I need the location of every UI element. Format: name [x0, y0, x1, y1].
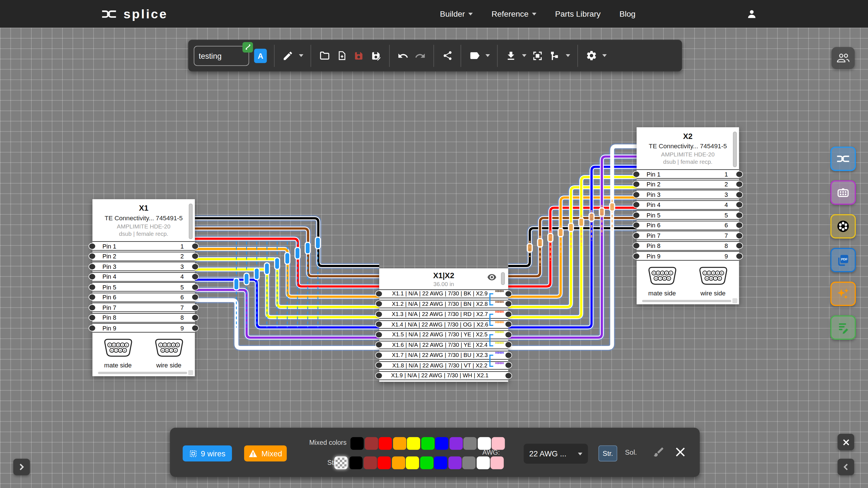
wire-table-row[interactable]: X1.8 | N/A | 22 AWG | 7/30 | VT | X2.2∞∞… — [379, 361, 508, 369]
pin-row[interactable]: Pin 55 — [92, 282, 195, 291]
pin-dot-right[interactable] — [736, 191, 743, 198]
wire-dot-left[interactable] — [375, 321, 382, 328]
pin-dot-left[interactable] — [632, 253, 640, 259]
pin-row[interactable]: Pin 11 — [637, 169, 739, 179]
pin-row[interactable]: Pin 11 — [92, 241, 195, 251]
no-stripe-swatch[interactable] — [334, 456, 347, 469]
color-swatch[interactable] — [463, 437, 477, 450]
selected-wires-button[interactable]: 9 wires — [183, 445, 232, 461]
undo-button[interactable] — [397, 50, 409, 62]
wire-table-scrollbar-thumb[interactable] — [501, 272, 505, 285]
pin-dot-left[interactable] — [632, 191, 640, 198]
twist-handle[interactable] — [254, 268, 259, 280]
twist-handle[interactable] — [234, 278, 239, 290]
edit-mode-caret[interactable] — [299, 54, 304, 57]
pin-dot-right[interactable] — [192, 284, 198, 290]
pin-row[interactable]: Pin 99 — [637, 251, 739, 260]
stranded-toggle[interactable]: Str. — [598, 445, 617, 461]
stripe-swatch[interactable] — [434, 456, 447, 469]
pin-dot-right[interactable] — [192, 304, 198, 311]
stripe-swatch[interactable] — [363, 456, 377, 469]
collaborators-button[interactable] — [832, 47, 855, 69]
nav-item-builder[interactable]: Builder — [440, 9, 473, 18]
pin-dot-left[interactable] — [632, 212, 640, 218]
save-button[interactable] — [352, 50, 365, 62]
pin-row[interactable]: Pin 55 — [637, 210, 739, 220]
pin-dot-right[interactable] — [736, 253, 743, 259]
route-status-badge[interactable] — [242, 42, 253, 52]
pin-dot-left[interactable] — [632, 181, 640, 188]
awg-select[interactable]: 22 AWG ... — [524, 444, 588, 464]
pin-row[interactable]: Pin 77 — [637, 231, 739, 240]
pin-dot-left[interactable] — [88, 324, 95, 331]
pin-dot-left[interactable] — [632, 232, 640, 239]
cable-tool-button[interactable] — [830, 214, 856, 238]
pin-dot-left[interactable] — [632, 201, 640, 208]
connector-x1[interactable]: X1 TE Connectivity... 745491-5 AMPLIMITE… — [92, 199, 195, 376]
pin-row[interactable]: Pin 33 — [637, 190, 739, 199]
pin-row[interactable]: Pin 88 — [637, 241, 739, 250]
wire-table-x1-x2[interactable]: X1|X2 36.00 in X1.1 | N/A | 22 AWG | 7/3… — [379, 268, 508, 382]
pin-dot-right[interactable] — [192, 253, 198, 260]
hierarchy-caret[interactable] — [566, 54, 570, 57]
notes-edit-button[interactable] — [830, 316, 856, 340]
connector-scrollbar-thumb[interactable] — [188, 204, 193, 239]
connector-hscroll-thumb[interactable] — [642, 300, 731, 302]
wire-dot-right[interactable] — [505, 321, 512, 328]
pin-row[interactable]: Pin 44 — [92, 272, 195, 281]
pin-dot-left[interactable] — [88, 314, 95, 321]
wire-dot-left[interactable] — [375, 352, 382, 358]
wire-dot-left[interactable] — [375, 290, 382, 297]
pin-dot-right[interactable] — [192, 324, 198, 331]
twist-handle[interactable] — [244, 273, 249, 285]
wire-table-row[interactable]: X1.9 | N/A | 22 AWG | 7/30 | WH | X2.1 — [379, 371, 508, 380]
pin-dot-right[interactable] — [736, 201, 743, 208]
hierarchy-button[interactable] — [549, 50, 561, 62]
stripe-swatch[interactable] — [349, 456, 363, 469]
color-swatch[interactable] — [449, 437, 463, 450]
new-file-button[interactable] — [335, 50, 347, 62]
color-swatch[interactable] — [379, 437, 392, 450]
nav-item-reference[interactable]: Reference — [491, 9, 536, 18]
wire-dot-right[interactable] — [505, 311, 512, 318]
stripe-swatch[interactable] — [420, 456, 433, 469]
wire-dot-left[interactable] — [375, 311, 382, 318]
fit-view-button[interactable] — [531, 50, 544, 62]
pin-dot-right[interactable] — [192, 263, 198, 270]
pin-row[interactable]: Pin 66 — [92, 292, 195, 302]
pin-row[interactable]: Pin 99 — [92, 323, 195, 332]
edit-mode-button[interactable] — [282, 50, 294, 62]
pin-dot-right[interactable] — [736, 232, 743, 239]
pin-row[interactable]: Pin 77 — [92, 303, 195, 312]
pin-dot-left[interactable] — [88, 242, 95, 249]
pin-row[interactable]: Pin 22 — [637, 180, 739, 189]
stripe-swatch[interactable] — [448, 456, 461, 469]
design-canvas[interactable]: A — [0, 28, 868, 488]
resize-handle[interactable] — [188, 370, 193, 375]
pin-dot-left[interactable] — [632, 170, 640, 177]
wire-dot-right[interactable] — [505, 341, 512, 348]
nav-item-blog[interactable]: Blog — [619, 9, 636, 18]
connector-scrollbar-thumb[interactable] — [733, 132, 737, 167]
visibility-toggle[interactable] — [487, 273, 496, 283]
stripe-swatch[interactable] — [392, 456, 405, 469]
color-swatch[interactable] — [477, 437, 491, 450]
user-account-icon[interactable] — [746, 8, 757, 19]
wire-dot-left[interactable] — [375, 300, 382, 307]
open-project-button[interactable] — [318, 50, 331, 62]
nav-item-parts-library[interactable]: Parts Library — [555, 9, 601, 18]
color-swatch[interactable] — [421, 437, 434, 450]
pin-dot-left[interactable] — [88, 304, 95, 311]
connector-tool-button[interactable] — [830, 181, 856, 205]
redo-button[interactable] — [414, 50, 426, 62]
pin-dot-left[interactable] — [632, 242, 640, 249]
wire-table-row[interactable]: X1.2 | N/A | 22 AWG | 7/30 | BN | X2.8∞∞… — [379, 300, 508, 308]
wire-dot-right[interactable] — [505, 300, 512, 307]
wire-table-row[interactable]: X1.4 | N/A | 22 AWG | 7/30 | OG | X2.6∞∞… — [379, 320, 508, 328]
pin-dot-left[interactable] — [88, 273, 95, 280]
pin-dot-right[interactable] — [192, 294, 198, 300]
splice-logo[interactable]: splice — [100, 6, 168, 22]
connector-x2[interactable]: X2 TE Connectivity... 745491-5 AMPLIMITE… — [637, 127, 739, 304]
splice-tool-button[interactable] — [830, 147, 856, 171]
pin-row[interactable]: Pin 33 — [92, 262, 195, 271]
